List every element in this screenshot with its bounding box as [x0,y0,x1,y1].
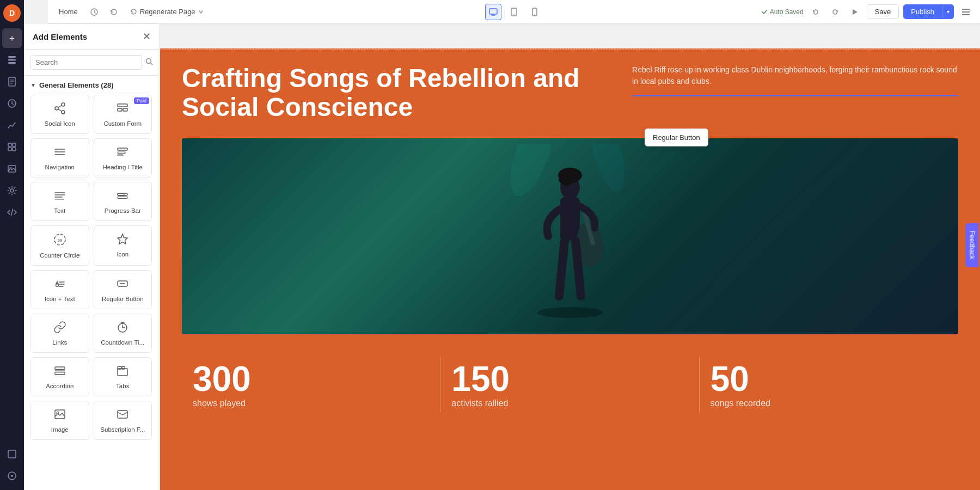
svg-rect-8 [8,143,11,146]
svg-rect-52 [118,193,124,195]
heading-title-icon [116,145,129,161]
image-icon [53,408,66,423]
sidebar-item-appmarket[interactable] [2,137,22,157]
svg-rect-44 [118,148,127,150]
element-text[interactable]: Text [30,182,89,221]
element-social-icon[interactable]: Social Icon [30,95,89,134]
tabs-label: Tabs [116,383,129,389]
main-nav: D ＋ [0,0,24,490]
svg-rect-46 [118,155,123,156]
concert-overlay [182,138,958,334]
svg-point-35 [62,111,65,114]
feedback-tab[interactable]: Feedback [966,223,979,267]
regenerate-button[interactable]: Regenerate Page [126,5,208,18]
image-label: Image [51,426,69,433]
counter-circle-icon: 99 [53,232,67,249]
device-mobile-button[interactable] [526,4,543,20]
top-bar-center [485,4,543,20]
svg-rect-10 [8,148,11,151]
sidebar-item-developer[interactable] [2,203,22,222]
element-counter-circle[interactable]: 99 Counter Circle [30,225,89,266]
sidebar-item-settings[interactable] [2,181,22,200]
sidebar-item-layers[interactable] [2,50,22,70]
sidebar-item-bottom1[interactable] [2,444,22,464]
device-desktop-button[interactable] [485,4,501,20]
element-icon-text[interactable]: Icon + Text [30,270,89,309]
panel-close-button[interactable]: ✕ [143,32,151,41]
progress-bar-icon [116,189,129,204]
svg-rect-40 [123,108,127,111]
undo-button[interactable] [808,4,823,20]
element-regular-button[interactable]: Regular Button [94,270,152,309]
publish-dropdown-arrow[interactable]: ▾ [942,5,954,18]
accent-line [632,95,958,96]
icon-text-icon [53,277,66,292]
element-accordion[interactable]: Accordion [30,357,89,396]
right-area: Home Regenerate Page [24,0,980,490]
history-icon-button[interactable] [106,4,121,20]
svg-line-37 [58,109,62,111]
hamburger-menu[interactable] [958,4,973,20]
panel-search [24,50,160,76]
search-button[interactable] [145,58,153,67]
sidebar-item-bottom2[interactable] [2,466,22,486]
sidebar-item-add[interactable]: ＋ [2,28,22,48]
save-button[interactable]: Save [867,4,899,19]
svg-rect-67 [55,372,65,375]
tooltip-text: Regular Button [653,133,700,142]
svg-rect-45 [118,152,125,154]
publish-button[interactable]: Publish ▾ [903,4,954,19]
stat-songs-recorded: 50 songs recorded [700,351,958,419]
preview-button[interactable] [847,4,862,20]
svg-rect-20 [489,9,497,14]
custom-form-icon [116,102,129,117]
element-icon[interactable]: Icon [94,225,152,266]
element-navigation[interactable]: Navigation [30,138,89,177]
svg-rect-0 [8,56,16,58]
concert-image [182,138,958,334]
add-elements-panel: Add Elements ✕ ▼ General Elements (28) [24,24,160,490]
sidebar-item-cms[interactable] [2,94,22,113]
links-icon [53,321,66,336]
tabs-icon [116,364,129,379]
svg-point-33 [62,103,65,106]
pin-icon-button[interactable] [87,4,102,20]
regular-button-icon [116,277,129,292]
element-tabs[interactable]: Tabs [94,357,152,396]
element-heading-title[interactable]: Heading / Title [94,138,152,177]
section-arrow-icon: ▼ [30,82,36,88]
svg-rect-53 [118,197,127,199]
progress-bar-label: Progress Bar [105,207,141,214]
element-links[interactable]: Links [30,314,89,353]
links-label: Links [52,339,67,346]
element-image[interactable]: Image [30,401,89,440]
stat-label-songs: songs recorded [710,399,947,408]
sidebar-item-media[interactable] [2,159,22,179]
text-icon [53,189,66,204]
countdown-timer-label: Countdown Ti... [101,339,144,346]
sidebar-item-analytics[interactable] [2,115,22,135]
svg-rect-77 [560,197,580,241]
app-logo[interactable]: D [3,4,21,22]
redo-button[interactable] [828,4,843,20]
stats-section: 300 shows played 150 activists rallied 5… [182,351,958,419]
subscription-form-label: Subscription F... [100,426,145,433]
regenerate-label: Regenerate Page [140,8,195,16]
search-input[interactable] [30,55,142,70]
device-tablet-button[interactable] [506,4,522,20]
svg-line-36 [58,105,62,107]
element-custom-form[interactable]: Paid Custom Form [94,95,152,134]
home-button[interactable]: Home [54,5,82,18]
svg-rect-68 [118,369,127,376]
elements-grid: Social Icon Paid Custom Form [30,95,153,440]
canvas-area[interactable]: Crafting Songs of Rebellion and Social C… [160,48,980,490]
element-subscription-form[interactable]: Subscription F... [94,401,152,440]
stat-number-300: 300 [193,362,430,396]
sidebar-item-pages[interactable] [2,72,22,91]
hero-right: Rebel Riff rose up in working class Dubl… [632,64,958,122]
section-header[interactable]: ▼ General Elements (28) [30,81,153,89]
stat-number-150: 150 [451,362,688,396]
hero-title: Crafting Songs of Rebellion and Social C… [182,64,609,122]
element-countdown-timer[interactable]: Countdown Ti... [94,314,152,353]
element-progress-bar[interactable]: Progress Bar [94,182,152,221]
